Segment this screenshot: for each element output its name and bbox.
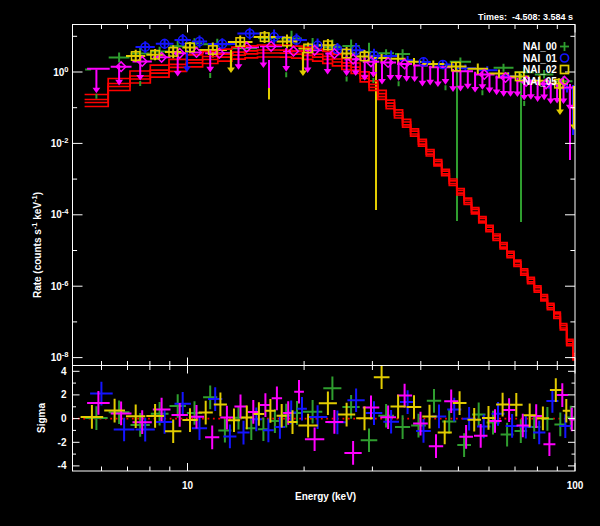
svg-text:0: 0 (61, 413, 67, 424)
svg-text:Times: -4.508: 3.584 s: Times: -4.508: 3.584 s (478, 12, 573, 22)
svg-text:NAI_02: NAI_02 (523, 64, 557, 75)
svg-text:NAI_01: NAI_01 (523, 53, 557, 64)
svg-text:Energy (keV): Energy (keV) (295, 491, 356, 502)
svg-text:Sigma: Sigma (36, 403, 47, 433)
svg-text:100: 100 (567, 480, 584, 491)
svg-text:2: 2 (61, 389, 67, 400)
svg-text:Rate (counts s-1 keV-1): Rate (counts s-1 keV-1) (30, 192, 43, 298)
svg-text:-4: -4 (58, 460, 67, 471)
svg-text:NAI_00: NAI_00 (523, 41, 557, 52)
svg-text:4: 4 (61, 366, 67, 377)
svg-text:10: 10 (182, 480, 194, 491)
svg-text:-2: -2 (58, 437, 67, 448)
svg-text:NAI_05: NAI_05 (523, 76, 557, 87)
